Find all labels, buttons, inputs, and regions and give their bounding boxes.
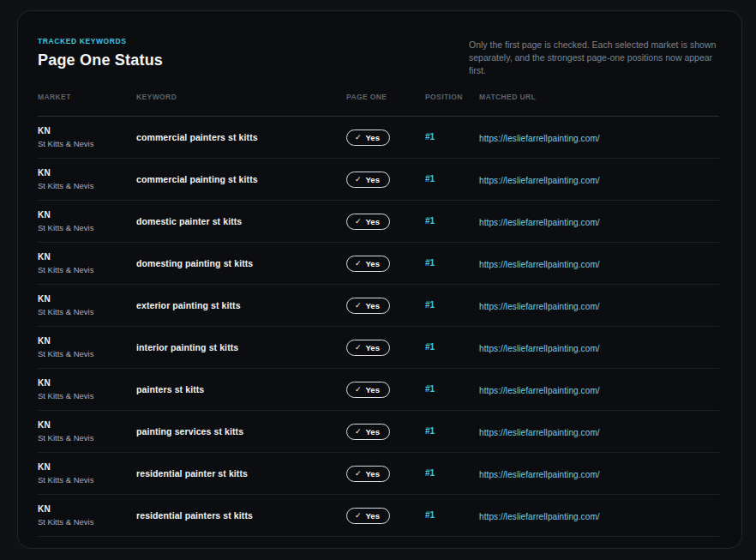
market-name: St Kitts & Nevis [38, 517, 136, 527]
position-value: #1 [425, 216, 479, 226]
market-name: St Kitts & Nevis [38, 139, 136, 148]
market-code: KN [38, 378, 136, 388]
page-one-status-badge: ✓ Yes [346, 298, 390, 314]
keyword-label: residential painters st kitts [136, 510, 346, 521]
matched-url-link[interactable]: https://lesliefarrellpainting.com/ [479, 218, 600, 227]
market-code: KN [38, 336, 136, 346]
page-one-cell: ✓ Yes [346, 338, 425, 356]
position-value: #1 [425, 468, 479, 478]
check-icon: ✓ [355, 301, 362, 310]
market-code: KN [38, 168, 136, 178]
matched-url-link[interactable]: https://lesliefarrellpainting.com/ [479, 386, 600, 395]
page-one-status-label: Yes [366, 217, 380, 226]
page-one-status-badge: ✓ Yes [346, 172, 390, 188]
table-row: KN St Kitts & Nevis interior painting st… [38, 327, 719, 369]
check-icon: ✓ [355, 427, 362, 436]
check-icon: ✓ [355, 511, 362, 520]
column-header-page-one: PAGE ONE [346, 93, 425, 101]
market-cell: KN St Kitts & Nevis [38, 378, 136, 400]
check-icon: ✓ [355, 469, 362, 478]
position-value: #1 [425, 342, 479, 352]
page-one-cell: ✓ Yes [346, 422, 425, 440]
market-name: St Kitts & Nevis [38, 391, 136, 400]
check-icon: ✓ [355, 175, 362, 184]
position-value: #1 [425, 384, 479, 394]
market-cell: KN St Kitts & Nevis [38, 126, 136, 148]
table-header-row: MARKET KEYWORD PAGE ONE POSITION MATCHED… [38, 93, 719, 117]
table-row: KN St Kitts & Nevis painting services st… [38, 411, 719, 453]
keyword-label: commercial painters st kitts [136, 132, 346, 142]
page-one-status-badge: ✓ Yes [346, 382, 390, 398]
matched-url-link[interactable]: https://lesliefarrellpainting.com/ [479, 512, 600, 521]
market-name: St Kitts & Nevis [38, 349, 136, 358]
page-one-status-label: Yes [366, 427, 380, 437]
page-description: Only the first page is checked. Each sel… [469, 37, 719, 77]
table-row: KN St Kitts & Nevis painters st kitts ✓ … [38, 369, 719, 411]
market-cell: KN St Kitts & Nevis [38, 210, 136, 232]
market-cell: KN St Kitts & Nevis [38, 168, 136, 190]
market-code: KN [38, 210, 136, 220]
table-row: KN St Kitts & Nevis residential painters… [38, 495, 719, 537]
page-one-status-label: Yes [366, 385, 380, 394]
matched-url-link[interactable]: https://lesliefarrellpainting.com/ [479, 428, 600, 437]
matched-url-link[interactable]: https://lesliefarrellpainting.com/ [479, 302, 600, 311]
page-one-cell: ✓ Yes [346, 296, 425, 314]
keyword-label: residential painter st kitts [136, 468, 346, 479]
check-icon: ✓ [355, 133, 362, 142]
table-row: KN St Kitts & Nevis commercial painting … [38, 159, 719, 201]
matched-url-link[interactable]: https://lesliefarrellpainting.com/ [479, 344, 600, 353]
keyword-label: painters st kitts [136, 384, 346, 394]
page-one-status-label: Yes [366, 259, 380, 268]
matched-url-link[interactable]: https://lesliefarrellpainting.com/ [479, 260, 600, 269]
market-name: St Kitts & Nevis [38, 181, 136, 190]
page-one-status-badge: ✓ Yes [346, 214, 390, 230]
market-name: St Kitts & Nevis [38, 223, 136, 232]
page-one-status-card: TRACKED KEYWORDS Page One Status Only th… [17, 10, 742, 549]
page-one-cell: ✓ Yes [346, 464, 425, 482]
column-header-position: POSITION [425, 93, 479, 101]
table-row: KN St Kitts & Nevis residential painter … [38, 453, 719, 495]
market-code: KN [38, 462, 136, 472]
keyword-label: painting services st kitts [136, 426, 346, 437]
check-icon: ✓ [355, 259, 362, 268]
page-one-status-label: Yes [366, 175, 380, 184]
page-one-status-badge: ✓ Yes [346, 508, 390, 524]
market-cell: KN St Kitts & Nevis [38, 504, 136, 527]
page-one-status-label: Yes [366, 343, 380, 352]
page-one-status-badge: ✓ Yes [346, 424, 390, 440]
eyebrow-label: TRACKED KEYWORDS [38, 37, 163, 45]
keyword-label: domestic painter st kitts [136, 216, 346, 226]
keyword-label: exterior painting st kitts [136, 300, 346, 310]
page-one-cell: ✓ Yes [346, 380, 425, 398]
market-name: St Kitts & Nevis [38, 475, 136, 485]
market-cell: KN St Kitts & Nevis [38, 462, 136, 485]
card-header: TRACKED KEYWORDS Page One Status Only th… [38, 37, 719, 77]
position-value: #1 [425, 426, 479, 436]
matched-url-link[interactable]: https://lesliefarrellpainting.com/ [479, 134, 600, 143]
page-one-status-badge: ✓ Yes [346, 129, 390, 146]
position-value: #1 [425, 300, 479, 310]
table-row: KN St Kitts & Nevis commercial painters … [38, 117, 719, 159]
page-title: Page One Status [38, 51, 163, 69]
market-cell: KN St Kitts & Nevis [38, 420, 136, 443]
page-one-cell: ✓ Yes [346, 212, 425, 230]
page-one-status-badge: ✓ Yes [346, 340, 390, 356]
position-value: #1 [425, 132, 479, 142]
market-code: KN [38, 420, 136, 430]
page-one-cell: ✓ Yes [346, 128, 425, 146]
position-value: #1 [425, 174, 479, 184]
page-one-status-label: Yes [366, 469, 380, 479]
matched-url-link[interactable]: https://lesliefarrellpainting.com/ [479, 176, 600, 185]
matched-url-link[interactable]: https://lesliefarrellpainting.com/ [479, 470, 600, 479]
column-header-keyword: KEYWORD [136, 93, 346, 101]
column-header-market: MARKET [38, 93, 136, 101]
market-name: St Kitts & Nevis [38, 307, 136, 316]
market-code: KN [38, 252, 136, 262]
check-icon: ✓ [355, 217, 362, 226]
market-code: KN [38, 294, 136, 304]
column-header-matched-url: MATCHED URL [479, 93, 719, 101]
market-code: KN [38, 126, 136, 135]
position-value: #1 [425, 510, 479, 520]
position-value: #1 [425, 258, 479, 268]
market-code: KN [38, 504, 136, 514]
